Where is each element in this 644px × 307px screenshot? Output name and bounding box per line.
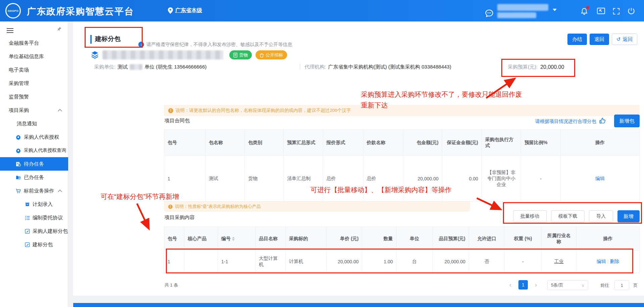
app-header: GDGPO 广东政府采购智慧云平台 广东省本级 [0,0,644,21]
layers-icon [91,51,98,59]
title-accent-bar [90,35,92,44]
pushpin-icon[interactable] [56,26,62,32]
content-alert: ! 说明：性质标“是”表示此采购标的为核心产品 [164,202,470,212]
sidebar-item-prebid-operations[interactable]: 标前业务操作 [0,184,68,198]
next-section-bar [73,303,644,307]
annotation-ops-note: 可进行【批量移动】、【新增采购内容】等操作 [311,185,452,194]
alert-icon: ! [168,108,173,113]
notification-dot [586,6,589,9]
user-caret-down-icon[interactable] [553,9,557,11]
sidebar-item-plan-entry[interactable]: 计划录入 [0,198,68,211]
meta-divider [300,64,300,70]
sidebar-item-notifications[interactable]: 消息通知 [0,117,68,130]
delete-item-link[interactable]: 删除 [610,259,619,264]
screen-share-icon[interactable] [597,8,605,15]
bid-basket-icon [260,53,264,57]
sidebar-item-bid-split[interactable]: 建标分包 [0,238,68,251]
edit-package-link[interactable]: 编辑 [595,176,605,181]
page-background-gap [73,296,644,303]
select-caret-icon: ∨ [581,283,585,288]
total-count: 共 1 条 [165,282,178,288]
cart-icon [15,188,21,194]
page-unit-label: 页 [633,282,638,289]
chat-icon[interactable] [485,9,494,18]
sidebar-item-supervision[interactable]: 监督预警 [0,90,68,103]
goto-label: 前往 [600,282,609,289]
content-table-label: 项目采购内容 [165,214,195,221]
annotation-add-note: 可在“建标分包”环节再新增 [101,192,179,201]
sidebar-item-rep-authorization[interactable]: 采购人代表授权 [0,130,68,144]
project-type-badge: 货物 [229,50,252,59]
sidebar: 金融服务平台 单位基础信息库 电子卖场 采购管理 监督预警 项目采购 消息通知 … [0,21,68,307]
reject-button[interactable]: 退回 [590,34,609,45]
edit-item-link[interactable]: 编辑 [597,259,606,264]
power-icon[interactable] [627,7,635,15]
add-package-button[interactable]: 新增包 [614,115,640,127]
chevron-up-icon [58,189,62,194]
contract-alert: ! 说明：请更改默认的合同包名称，名称应体现采购的目的或内容，建议不超过200个… [164,105,640,116]
content-table: 包号 核心产品 编号 品目名称 采购标的 单价 (元) 数量 单位 品目预算(元… [164,227,640,273]
plan-entry-icon [25,202,30,207]
page-size-select[interactable]: 5条/页 ∨ [547,280,588,290]
user-name-redacted[interactable] [497,4,548,11]
fullscreen-icon[interactable] [612,7,620,15]
back-button[interactable]: ↺ 返回 [612,34,637,45]
content-table-row: 1 1-1 大型计算机 计算机 20,000.00 1.00 台 20,000.… [164,251,640,273]
todo-tasks-icon [15,161,21,167]
app-title: 广东政府采购智慧云平台 [27,5,134,17]
logo-text: GDGPO [8,9,18,12]
gear-icon [15,134,21,140]
platform-logo: GDGPO [5,3,21,18]
page-title: 建标分包 [95,35,121,43]
annotation-budget-note-line2: 重新下达 [361,101,388,110]
sidebar-item-org-info[interactable]: 单位基础信息库 [0,50,68,63]
next-page-button[interactable]: › [531,280,541,290]
budget-label: 采购预算(元): [508,64,538,70]
prev-page-button[interactable]: ‹ [506,280,515,290]
procurement-method-badge: 公开招标 [256,50,287,59]
annotation-budget-note-line1: 采购预算进入采购环节修改不了，要修改只能退回作废 [361,90,522,99]
purchaser-field: 采购单位: 测试单位 (胡先生 13564666666) [94,64,206,70]
sidebar-item-todo-tasks[interactable]: 待办任务 [0,157,68,171]
template-download-button[interactable]: 模板下载 [551,210,585,222]
batch-move-button[interactable]: 批量移动 [513,210,547,222]
finish-button[interactable]: 办结 [567,34,587,45]
sidebar-item-finance[interactable]: 金融服务平台 [0,36,68,50]
contract-table-header-row: 包号 包名称 包类别 预算汇总形式 报价形式 价款名称 包金额(元) 保证金金额… [164,130,640,156]
sidebar-item-rep-authorization-query[interactable]: 采购人代表授权查询 [0,144,68,157]
agency-label: 代理机构: [305,64,326,70]
gear-icon [15,148,21,154]
industry-value: 工业 [542,251,577,273]
budget-value: 20,000.00 [540,64,564,70]
content-table-header-row: 包号 核心产品 编号 品目名称 采购标的 单价 (元) 数量 单位 品目预算(元… [164,227,640,251]
alert-icon: ! [168,205,173,209]
menu-toggle-icon[interactable] [7,27,13,34]
current-page[interactable]: 1 [518,280,528,290]
region-link[interactable]: 广东省本级 [175,7,202,14]
undo-icon: ↺ [616,36,621,42]
contract-table-row: 1 测试 货物 清单汇总制 总价 总价 20,000.00 0.00 【非预留】… [164,156,640,202]
sidebar-item-project-procurement[interactable]: 项目采购 [0,103,68,117]
goods-doc-icon [233,53,237,57]
sidebar-item-purchaser-bid-split[interactable]: 采购人建标分包 [0,224,68,238]
thumbs-up-icon [599,117,606,124]
agreement-list-icon [25,215,30,220]
doc-edit-icon [25,229,30,234]
sidebar-item-procurement-mgmt[interactable]: 采购管理 [0,77,68,90]
split-hint-link[interactable]: 请根据项目情况进行合理分包 [535,119,596,125]
sidebar-item-done-tasks[interactable]: 已办任务 [0,171,68,184]
add-content-button[interactable]: 新增 [617,210,640,222]
goto-page-input[interactable] [614,280,629,290]
chevron-up-icon [58,109,62,113]
contract-table-label: 项目合同包 [165,118,190,124]
sortable-column-header[interactable]: 编号 [218,227,256,251]
agency-field: 代理机构: 广东省集中采购机构(测试) (测试集采机构 0338488443) [305,64,451,70]
sidebar-item-entrust-agreement[interactable]: 编制委托协议 [0,211,68,224]
user-org-redacted [497,12,536,18]
secrecy-notice: 请严格遵守保密纪律，不得录入和发布涉密、敏感以及不予公开等信息 [146,42,292,48]
import-button[interactable]: 导入 [589,210,613,222]
sidebar-item-emall[interactable]: 电子卖场 [0,63,68,77]
project-name-redacted [102,50,223,59]
doc-edit-icon [25,242,30,247]
sort-carets-icon[interactable] [232,237,235,241]
